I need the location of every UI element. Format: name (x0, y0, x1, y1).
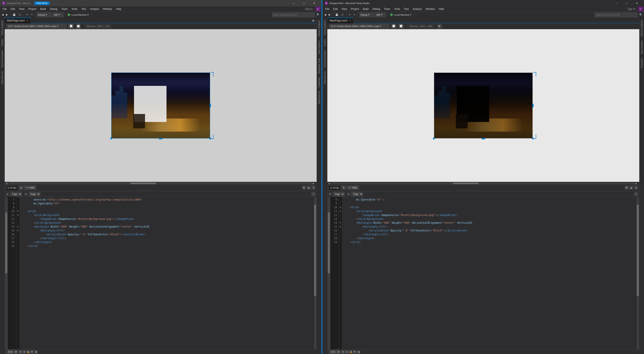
v-scroll-track[interactable] (5, 197, 7, 350)
run-btn[interactable]: Local Machine ▾ (66, 13, 90, 17)
resize-handle-bottom[interactable] (159, 138, 162, 139)
scroll-track[interactable] (8, 182, 313, 184)
r-fold-btn[interactable]: ▼ (339, 221, 342, 225)
r-snap-btn[interactable]: ⊟ (345, 350, 349, 354)
code-v-scroll-track[interactable] (314, 197, 316, 350)
r-code-v-scroll-thumb[interactable] (637, 205, 639, 296)
r-device-dropdown[interactable]: 13.5" Surface Book (3000 x 2000) 200% sc… (329, 24, 389, 28)
r-panel-layout-3[interactable]: ⊞ (634, 186, 638, 190)
r-fold-btn[interactable]: ▼ (339, 225, 342, 229)
add-code-btn[interactable]: + (312, 192, 315, 196)
doc-outline-tab[interactable]: Document Outline (1, 48, 4, 69)
r-menu-tools[interactable]: Tools (392, 7, 402, 11)
undo-btn[interactable]: ↩ (25, 13, 29, 16)
maximize-btn-right[interactable]: □ (622, 0, 632, 6)
menu-team[interactable]: Team (60, 7, 69, 11)
server-explorer-tab[interactable]: Server Explorer (1, 18, 4, 37)
zoom-select-left[interactable]: 31% (6, 350, 18, 354)
debug-dropdown[interactable]: Debug ▾ (37, 12, 52, 17)
right-code-scroll[interactable] (314, 197, 317, 350)
r-quick-launch-input[interactable] (594, 12, 638, 17)
r-add-code-btn[interactable]: + (634, 192, 638, 196)
expand-code-btn[interactable]: ⊟ (6, 193, 9, 196)
right-h-scrollbar[interactable]: ◀ ▶ (327, 182, 639, 185)
r-portrait-btn[interactable]: ⬜ (391, 24, 396, 28)
zoom-select-right[interactable]: 31% (329, 350, 340, 354)
r-menu-analyze[interactable]: Analyze (411, 7, 424, 11)
r-platform-dropdown[interactable]: x86 ▾ (375, 12, 386, 17)
r-resize-handle-bottom[interactable] (482, 138, 485, 139)
r-save-btn[interactable]: 💾 (334, 13, 339, 16)
r-sort-btn[interactable]: ⇅ (342, 185, 346, 190)
r-fold-btn[interactable]: ▼ (339, 205, 342, 209)
r-solution-explorer-tab[interactable]: Solution Explorer (640, 18, 643, 38)
r-server-explorer-tab[interactable]: Server Explorer (323, 18, 326, 37)
scroll-right-arrow[interactable]: ▶ (313, 182, 316, 185)
r-expand-code-btn[interactable]: ⊟ (329, 193, 332, 196)
scroll-thumb[interactable] (130, 182, 156, 184)
menu-tools[interactable]: Tools (70, 7, 79, 11)
lock-btn[interactable]: 🔒 (26, 350, 30, 354)
r-v-scroll-thumb[interactable] (328, 212, 330, 273)
panel-layout-2[interactable]: ⬓ (307, 186, 310, 190)
data-sources-tab-right[interactable]: Data Sources (318, 89, 321, 106)
back-btn[interactable]: ◀ (1, 13, 4, 16)
page-dropdown-left2[interactable]: Page (29, 192, 40, 196)
menu-debug[interactable]: Debug (48, 7, 59, 11)
r-team-explorer-tab[interactable]: Team Explorer (640, 39, 643, 56)
r-menu-build[interactable]: Build (361, 7, 370, 11)
r-design-canvas[interactable] (434, 72, 533, 138)
platform-dropdown[interactable]: x86 ▾ (53, 12, 63, 17)
r-page-dropdown[interactable]: Page (333, 192, 344, 196)
device-dropdown[interactable]: 13.5" Surface Book (3000 x 2000) 200% sc… (6, 24, 66, 28)
panel-layout-3[interactable]: ⊞ (312, 186, 315, 190)
fold-btn[interactable]: ▼ (16, 229, 19, 233)
r-panel-layout-2[interactable]: ⬓ (630, 186, 633, 190)
tab-close-icon[interactable]: ✕ (27, 19, 28, 22)
r-page-dropdown2[interactable]: Page (352, 192, 363, 196)
save-btn[interactable]: 💾 (12, 13, 16, 16)
move-btn[interactable]: ✥ (30, 350, 34, 354)
settings-icon-btn[interactable]: ⚙ (437, 24, 442, 28)
team-explorer-tab[interactable]: Team Explorer (318, 39, 321, 56)
xaml-toggle-btn[interactable]: </> XAML (24, 185, 36, 190)
r-resize-handle-right[interactable] (532, 104, 534, 107)
code-v-scroll-thumb[interactable] (314, 205, 316, 296)
menu-project[interactable]: Project (27, 7, 38, 11)
r-menu-debug[interactable]: Debug (371, 7, 382, 11)
fold-btn[interactable]: ▼ (16, 209, 19, 213)
page-dropdown-left[interactable]: Page (10, 192, 22, 196)
toolbox-tab[interactable]: Toolbox (1, 37, 4, 48)
scroll-right-btn[interactable]: ▶ (311, 19, 317, 22)
r-properties-tab[interactable]: Properties (640, 56, 643, 70)
r-prev-btn[interactable]: ◀ (357, 350, 360, 354)
quick-launch-input[interactable] (272, 12, 315, 17)
vs-account-icon[interactable]: V (316, 7, 320, 11)
mainpage-tab[interactable]: MainPage.xaml ✕ (5, 17, 31, 23)
expand-code-btn2[interactable]: ⊟ (24, 193, 28, 196)
minimize-btn-right[interactable]: ─ (611, 0, 621, 6)
snap-btn[interactable]: ⊟ (22, 350, 26, 354)
fold-btn[interactable] (16, 202, 19, 205)
r-expand-code-btn2[interactable]: ⊟ (347, 193, 350, 196)
grid-view-btn[interactable]: ⊞ (19, 350, 22, 354)
redo-btn[interactable]: ↪ (30, 13, 34, 16)
r-mainpage-tab[interactable]: MainPage.xaml ✕ (327, 17, 353, 23)
resize-handle-bl[interactable] (110, 138, 112, 139)
r-design-toggle-btn[interactable]: ⊞ Design (329, 185, 341, 190)
r-menu-help[interactable]: Help (437, 7, 446, 11)
menu-help[interactable]: Help (114, 7, 123, 11)
data-sources-tab[interactable]: Data Sources (1, 69, 4, 86)
r-right-code-scroll[interactable] (636, 197, 639, 350)
menu-view[interactable]: View (17, 7, 26, 11)
sign-in-link[interactable]: Sign in (303, 7, 314, 11)
scroll-left-arrow[interactable]: ◀ (6, 182, 8, 185)
r-menu-edit[interactable]: Edit (332, 7, 340, 11)
r-grid-view-btn[interactable]: ⊞ (341, 350, 345, 354)
r-fold-btn[interactable]: ▼ (339, 209, 342, 213)
left-h-scrollbar[interactable]: ◀ ▶ (5, 182, 317, 185)
r-xaml-toggle-btn[interactable]: </> XAML (347, 185, 359, 190)
r-code-v-scroll-track[interactable] (637, 197, 639, 350)
r-sign-in-link[interactable]: Sign in (626, 7, 637, 11)
r-menu-team[interactable]: Team (382, 7, 392, 11)
